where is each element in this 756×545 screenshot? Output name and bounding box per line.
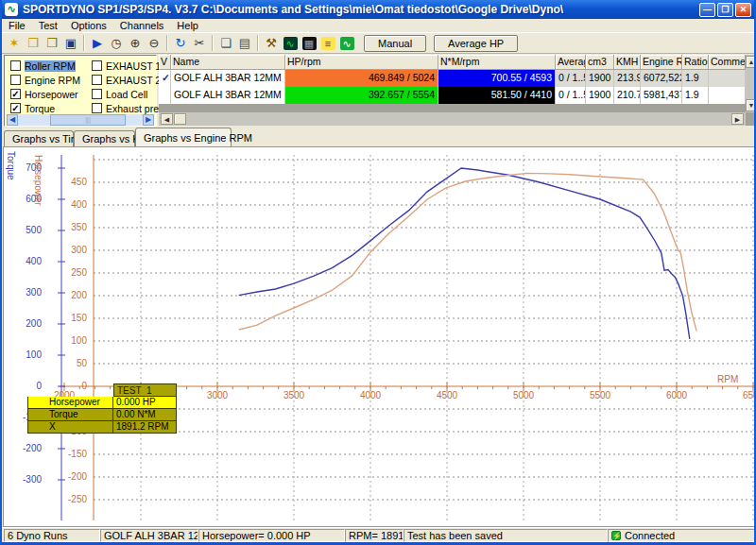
channel-checkbox-exhaust-2[interactable]: EXHAUST 2 — [92, 74, 161, 86]
tab-graphs-vs-engine-rpm[interactable]: Graphs vs Engine RPM — [135, 128, 232, 146]
scroll-arrow-icon[interactable]: ◀ — [161, 113, 173, 125]
channel-label: EXHAUST 2 — [106, 75, 161, 86]
menu-options[interactable]: Options — [64, 20, 113, 31]
run-cell[interactable]: 1900 — [586, 87, 614, 104]
cut-icon[interactable]: ✂ — [190, 34, 209, 52]
channel-checkbox-roller-rpm[interactable]: Roller RPM — [10, 60, 76, 72]
run-cell[interactable]: 700.55 / 4593 — [438, 70, 556, 87]
run-cell[interactable]: 0 / 1..5 — [556, 87, 586, 104]
column-header-n-m-rpm[interactable]: N*M/rpm — [438, 55, 556, 70]
run-cell[interactable]: 210.7 — [614, 87, 641, 104]
scrollbar-thumb[interactable]: ||| — [50, 114, 126, 126]
run-cell[interactable] — [709, 70, 746, 87]
column-header-ratio[interactable]: Ratio — [682, 55, 709, 70]
channel-checkbox-load-cell[interactable]: Load Cell — [92, 88, 147, 100]
table-vscrollbar[interactable]: ▲▼ — [746, 55, 756, 112]
column-header-v[interactable]: V — [159, 55, 171, 70]
checked-checkbox-icon[interactable]: ✓ — [10, 89, 21, 99]
restore-button[interactable]: ❐ — [717, 3, 733, 17]
tick-label: 350 — [55, 222, 87, 233]
run-cell[interactable]: GOLF ALH 3BAR 12MM NO NOS — [171, 87, 285, 104]
tools-icon[interactable]: ⚒ — [262, 34, 281, 52]
run-cell[interactable]: 392.657 / 5554 — [285, 87, 438, 104]
column-header-comment[interactable]: Comment — [709, 55, 746, 70]
scroll-right-icon[interactable]: ▶ — [143, 114, 154, 126]
run-cell[interactable]: 0 / 1..5 — [556, 70, 586, 87]
column-header-cm3[interactable]: cm3 — [586, 55, 614, 70]
run-cell[interactable] — [709, 87, 746, 104]
zoom-out-icon[interactable]: ⊖ — [145, 34, 163, 52]
minimize-button[interactable]: — — [699, 3, 715, 17]
channel-label: Exhaust pres — [106, 103, 163, 114]
timer-icon[interactable]: ◷ — [107, 34, 126, 52]
close-button[interactable]: ✕ — [735, 3, 751, 17]
scrollbar-thumb[interactable] — [174, 113, 186, 125]
import-test-icon[interactable]: ❒ — [43, 34, 61, 52]
channel-checkbox-engine-rpm[interactable]: Engine RPM — [10, 74, 80, 86]
save-icon[interactable]: ▣ — [61, 34, 80, 52]
screen-icon[interactable]: ▦ — [300, 34, 318, 52]
checked-checkbox-icon[interactable]: ✓ — [10, 103, 21, 113]
dyno-curve-icon[interactable]: ∿ — [337, 34, 356, 52]
run-selected-check[interactable] — [159, 87, 171, 104]
tab-graphs-vs-kmh[interactable]: Graphs vs KMH — [74, 130, 135, 146]
run-cell[interactable]: 1.9 — [682, 70, 709, 87]
run-selected-check[interactable]: ✓ — [159, 70, 171, 87]
tick-label: -200 — [9, 443, 42, 454]
open-test-icon[interactable]: ❒ — [24, 34, 43, 52]
channels-scrollbar[interactable]: ◀ ||| ▶ — [7, 114, 154, 126]
print-preview-icon[interactable]: ❏ — [216, 34, 235, 52]
scroll-arrow-icon[interactable]: ▶ — [731, 113, 744, 125]
scroll-arrow-icon[interactable]: ▼ — [746, 99, 756, 111]
column-header-hp-rpm[interactable]: HP/rpm — [285, 55, 438, 70]
column-header-name[interactable]: Name — [171, 55, 285, 70]
unchecked-checkbox-icon[interactable] — [92, 89, 102, 99]
channel-checkbox-horsepower[interactable]: ✓Horsepower — [10, 88, 78, 100]
scroll-arrow-icon[interactable]: ▲ — [746, 56, 756, 68]
zoom-in-icon[interactable]: ⊕ — [126, 34, 145, 52]
refresh-icon[interactable]: ↻ — [171, 34, 190, 52]
menu-help[interactable]: Help — [170, 20, 205, 31]
graph-panel[interactable]: 7006005004003002001000-100-200-300450400… — [3, 146, 756, 527]
unchecked-checkbox-icon[interactable] — [92, 75, 102, 85]
run-cell[interactable]: 5981,437 — [641, 87, 682, 104]
channel-checkbox-exhaust-pres[interactable]: Exhaust pres — [92, 102, 163, 114]
tick-label: -300 — [9, 474, 42, 485]
tab-graphs-vs-time[interactable]: Graphs vs Time — [4, 130, 74, 146]
unchecked-checkbox-icon[interactable] — [92, 60, 102, 71]
status-segment: RPM= 1891.2 — [345, 529, 404, 542]
new-test-icon[interactable]: ✶ — [5, 34, 24, 52]
unchecked-checkbox-icon[interactable] — [10, 60, 21, 71]
run-cell[interactable]: 1.9 — [682, 87, 709, 104]
tick-label: -250 — [55, 494, 87, 505]
column-header-engine-rpm[interactable]: Engine RPM — [641, 55, 682, 70]
scroll-left-icon[interactable]: ◀ — [7, 114, 18, 126]
run-cell[interactable]: 581.50 / 4410 — [438, 87, 556, 104]
manual-button[interactable]: Manual — [364, 35, 426, 52]
channel-checkbox-exhaust-1[interactable]: EXHAUST 1 — [92, 60, 161, 72]
channel-checkbox-torque[interactable]: ✓Torque — [10, 102, 55, 114]
notes-icon[interactable]: ≡ — [318, 34, 337, 52]
average-hp-button[interactable]: Average HP — [434, 35, 518, 52]
run-cell[interactable]: 1900 — [586, 70, 614, 87]
table-hscrollbar[interactable]: ◀▶ — [159, 112, 746, 126]
live-graph-icon[interactable]: ∿ — [281, 34, 300, 52]
menu-file[interactable]: File — [2, 20, 32, 31]
tick-label: 500 — [9, 225, 42, 236]
unchecked-checkbox-icon[interactable] — [92, 103, 102, 113]
unchecked-checkbox-icon[interactable] — [10, 75, 21, 85]
column-header-kmh[interactable]: KMH — [614, 55, 641, 70]
print-icon[interactable]: ▤ — [235, 34, 254, 52]
title-bar[interactable]: ∿ SPORTDYNO SP1/SP3/SP4. V3.7 C:\Documen… — [2, 0, 754, 19]
column-header-averag[interactable]: Averag — [556, 55, 586, 70]
menu-channels[interactable]: Channels — [113, 20, 170, 31]
horsepower-axis-title: Horsepower — [33, 155, 43, 206]
run-cell[interactable]: 469.849 / 5024 — [285, 70, 438, 87]
run-cell[interactable]: 213.9 — [614, 70, 641, 87]
toolbar: ✶❒❒▣▶◷⊕⊖↻✂❏▤⚒∿▦≡∿ Manual Average HP — [2, 32, 754, 54]
run-cell[interactable]: 6072,522 — [641, 70, 682, 87]
run-cell[interactable]: GOLF ALH 3BAR 12MM NOS! — [171, 70, 285, 87]
menu-test[interactable]: Test — [32, 20, 64, 31]
toolbar-separator — [83, 35, 85, 51]
start-test-icon[interactable]: ▶ — [88, 34, 107, 52]
